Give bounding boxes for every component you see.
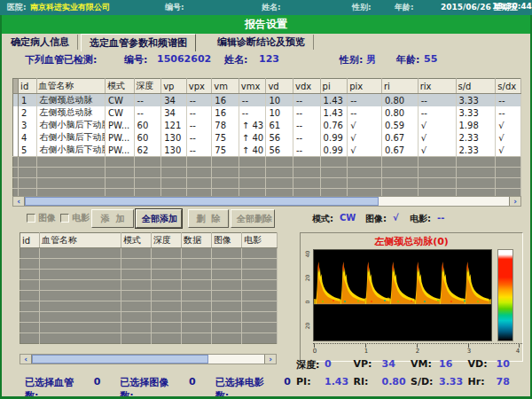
patient-info-row: 下列血管已检测: 编号: 15062602 姓名: 123 性别: 男 年龄: … (0, 53, 532, 67)
y-axis-tick: 40 (304, 250, 310, 259)
scroll-left-button[interactable]: ‹ (13, 197, 25, 206)
image-count-value: 0 (189, 376, 196, 389)
scroll-left-icon: ‹ (17, 197, 20, 206)
time-display: 13:30:44 (492, 2, 532, 11)
checkbox-label: 电影 (72, 212, 90, 224)
col-header: 电影 (242, 233, 278, 248)
cine-count-value: 0 (284, 376, 291, 389)
vd-label: VD: (468, 358, 497, 372)
record-id-label: 编号: (165, 2, 184, 13)
patient-name-value: 123 (259, 53, 279, 65)
spectrum-panel: 左侧颈总动脉(0) 40 20 0 20 (300, 232, 523, 362)
add-button[interactable]: 添 加 (91, 209, 134, 228)
scroll-right-icon: › (269, 355, 272, 364)
col-header: pi (320, 79, 348, 94)
col-header: id (19, 79, 36, 94)
doppler-spectrum-plot (313, 249, 492, 341)
scrollbar-thumb[interactable] (25, 197, 379, 206)
col-header: vpx (186, 79, 212, 94)
patient-name-label: 姓名: (224, 53, 247, 66)
y-axis-tick: 20 (304, 274, 310, 283)
col-header: 数据 (182, 233, 212, 248)
col-header: vdx (293, 79, 321, 94)
page-title-bar: 报告设置 (0, 15, 532, 34)
titlebar: 医院: 南京科进实业有限公司 编号: 姓名: 性别: 年龄: 2015/06/2… (0, 0, 532, 15)
empty-row (13, 178, 521, 189)
col-header: 图像 (212, 233, 242, 248)
col-header: vmx (239, 79, 266, 94)
scroll-left-button[interactable]: ‹ (20, 355, 32, 364)
spectrum-title: 左侧颈总动脉(0) (301, 235, 522, 248)
col-header: 深度 (134, 79, 161, 94)
checkbox-box (27, 214, 35, 223)
vp-label: VP: (354, 358, 382, 372)
x-axis-tick: 2 (416, 348, 419, 355)
y-axis-tick: 0 (304, 298, 310, 307)
col-header: vp (161, 79, 187, 94)
image-count-label: 已选择图像数: (120, 376, 180, 389)
table-row[interactable]: 3右侧小脑后下动脉 PW...60 121-- 78↑ 43 61-- 0.76… (13, 119, 521, 131)
readout-row-2: PI:1.43 RI:0.80 S/D:3.33 Hr:78 (296, 376, 525, 389)
scroll-right-button[interactable]: › (264, 355, 276, 364)
empty-row (20, 301, 278, 312)
col-header: 模式 (121, 233, 152, 248)
ri-label: RI: (354, 376, 382, 389)
readout-row-1: 深度:0 VP:34 VM:16 VD:10 (296, 358, 525, 372)
scrollbar-thumb[interactable] (32, 355, 208, 364)
pi-value: 1.43 (325, 376, 348, 389)
tab-label: 确定病人信息 (11, 36, 69, 48)
image-checkbox[interactable]: 图像 (27, 212, 56, 224)
image-value: √ (393, 213, 399, 223)
scrollbar-track[interactable] (32, 355, 264, 364)
col-header: s/dx (496, 79, 521, 94)
page-title: 报告设置 (245, 18, 287, 30)
delete-all-button[interactable]: 全部删除 (231, 209, 275, 228)
age-value: 55 (424, 53, 437, 65)
vessel-count-label: 已选择血管数: (25, 376, 85, 389)
pi-label: PI: (296, 376, 325, 389)
cine-count-label: 已选择电影数: (215, 376, 276, 389)
add-all-button[interactable]: 全部添加 (136, 209, 182, 228)
tab-patient-info[interactable]: 确定病人信息 (3, 35, 78, 50)
delete-button[interactable]: 删 除 (188, 209, 229, 228)
table-row[interactable]: 5右侧小脑后下动脉 PW...62 130-- 75↑ 40 56-- 0.99… (13, 144, 521, 157)
vessel-table: id 血管名称 模式 深度 vp vpx vm vmx vd vdx pi pi… (12, 78, 521, 200)
tab-label: 选定血管参数和频谱图 (90, 37, 187, 49)
patient-name-label: 姓名: (262, 2, 281, 13)
table-row[interactable]: 2左侧颈总动脉 CW-- 34-- 16-- 10-- 1.43-- 0.80-… (13, 106, 521, 119)
scroll-right-button[interactable]: › (509, 197, 520, 206)
empty-row (20, 323, 278, 333)
gender-value: 男 (366, 53, 376, 66)
velocity-colorbar (497, 249, 513, 341)
table-row[interactable]: 1左侧颈总动脉 CW-- 34-- 16-- 10-- 1.43-- 0.80-… (13, 94, 521, 107)
hospital-name: 南京科进实业有限公司 (30, 2, 110, 13)
selected-table: id 血管名称 模式 深度 数据 图像 电影 (20, 232, 278, 344)
tab-diagnosis-preview[interactable]: 编辑诊断结论及预览 (209, 35, 314, 50)
ri-value: 0.80 (382, 376, 406, 389)
scroll-left-icon: ‹ (24, 355, 27, 364)
gender-label: 性别: (352, 2, 372, 13)
x-axis-tick: 4 (516, 348, 520, 355)
col-header: s/d (456, 79, 496, 94)
col-header: 深度 (152, 233, 182, 248)
age-label: 年龄: (395, 2, 414, 13)
x-axis-tick: 1 (364, 348, 368, 355)
record-id-value: 15062602 (157, 53, 211, 65)
tab-vessel-params[interactable]: 选定血管参数和频谱图 (81, 34, 196, 51)
selection-counters: 已选择血管数:0 已选择图像数:0 已选择电影数:0 (25, 376, 291, 389)
age-label: 年龄: (396, 53, 419, 66)
vm-label: VM: (411, 358, 439, 372)
cine-checkbox[interactable]: 电影 (60, 212, 90, 224)
depth-label: 深度: (296, 358, 325, 372)
sd-label: S/D: (411, 376, 439, 389)
vd-value: 10 (497, 358, 510, 372)
col-header: 模式 (105, 79, 134, 94)
depth-value: 0 (325, 358, 332, 372)
table-row[interactable]: 4右侧小脑后下动脉 PW...60 130-- 75↑ 40 56-- 0.99… (13, 131, 521, 144)
scroll-right-icon: › (513, 197, 517, 206)
empty-row (20, 259, 278, 270)
report-settings-window: 医院: 南京科进实业有限公司 编号: 姓名: 性别: 年龄: 2015/06/2… (0, 0, 532, 399)
checkbox-box (60, 214, 69, 223)
scrollbar-track[interactable] (25, 197, 509, 206)
empty-row (20, 270, 278, 280)
